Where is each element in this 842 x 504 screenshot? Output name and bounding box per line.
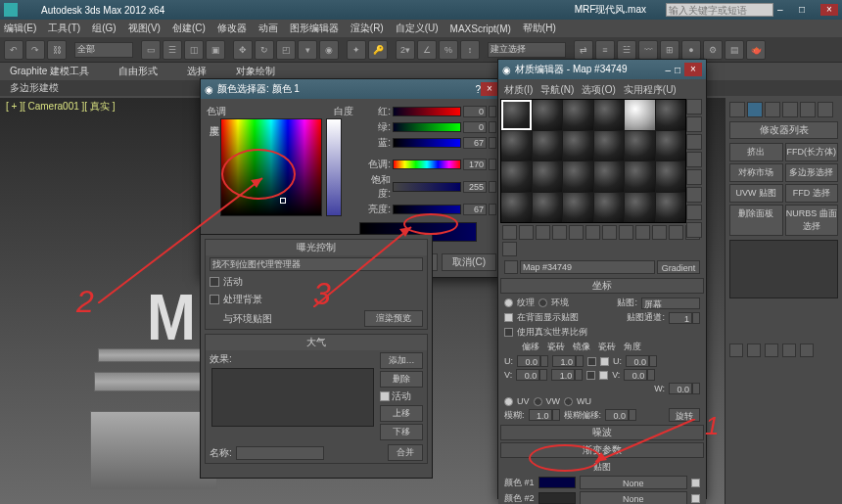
material-slot[interactable] [625, 131, 655, 161]
material-slot[interactable] [563, 161, 593, 192]
material-slot[interactable] [533, 161, 563, 192]
color2-map-chk[interactable] [691, 494, 700, 503]
s-spinner[interactable] [489, 181, 496, 193]
panel-tab-hierarchy-icon[interactable] [765, 102, 780, 117]
h-value[interactable]: 170 [463, 159, 487, 170]
help-search-input[interactable] [666, 3, 773, 17]
panel-tab-motion-icon[interactable] [782, 102, 798, 117]
map-channel-value[interactable]: 1 [669, 312, 692, 324]
mod-delete-mesh[interactable]: 删除面板 [729, 205, 783, 236]
u-tile[interactable]: 1.0 [552, 355, 576, 367]
r-value[interactable]: 0 [463, 106, 487, 117]
material-slot[interactable] [563, 131, 593, 161]
menu-edit[interactable]: 编辑(E) [4, 22, 36, 35]
effect-active-chk[interactable] [380, 391, 390, 401]
render-preview-button[interactable]: 渲染预览 [364, 310, 423, 327]
coords-header[interactable]: 坐标 [500, 278, 704, 294]
ribbon-tab-graphite[interactable]: Graphite 建模工具 [10, 65, 89, 78]
r-spinner[interactable] [489, 106, 496, 117]
me-put-icon[interactable] [519, 225, 534, 240]
me-backlight-icon[interactable] [686, 116, 702, 132]
color1-map-button[interactable]: None [580, 476, 687, 489]
rotate-icon[interactable]: ↻ [255, 40, 274, 60]
render-frame-icon[interactable]: ▤ [725, 40, 744, 60]
undo-icon[interactable]: ↶ [4, 40, 23, 60]
material-slot[interactable] [501, 193, 532, 223]
whiteness-slider[interactable] [326, 118, 342, 216]
g-slider[interactable] [393, 122, 461, 132]
viewport-label[interactable]: [ + ][ Camera001 ][ 真实 ] [6, 100, 115, 114]
mod-poly-select[interactable]: 多边形选择 [785, 163, 839, 182]
v-mirror-chk[interactable] [586, 371, 595, 380]
stack-pin-icon[interactable] [729, 344, 743, 357]
mirror-icon[interactable]: ⇄ [574, 40, 593, 60]
v-angle-spin[interactable] [647, 369, 655, 381]
h-slider[interactable] [393, 160, 461, 169]
me-uv-tile-icon[interactable] [686, 152, 702, 167]
center-icon[interactable]: ◉ [319, 40, 339, 60]
material-editor-title-bar[interactable]: ◉ 材质编辑器 - Map #34749 – □ × [498, 60, 706, 79]
subribbon-label[interactable]: 多边形建模 [10, 81, 59, 95]
move-icon[interactable]: ✥ [233, 40, 253, 60]
material-slot[interactable] [563, 193, 593, 223]
color2-swatch[interactable] [538, 492, 576, 504]
real-world-chk[interactable] [504, 328, 513, 337]
redo-icon[interactable]: ↷ [25, 40, 45, 60]
me-menu-util[interactable]: 实用程序(U) [624, 83, 677, 97]
delete-effect-button[interactable]: 删除 [380, 371, 423, 388]
named-selection-set[interactable]: 建立选择 [488, 42, 566, 58]
me-preview-icon[interactable] [686, 187, 702, 203]
material-slot[interactable] [501, 161, 532, 192]
me-options-icon[interactable] [686, 205, 702, 220]
me-copy-icon[interactable] [569, 225, 584, 240]
me-max-icon[interactable]: □ [675, 65, 680, 75]
merge-button[interactable]: 合并 [388, 444, 423, 461]
me-showall-icon[interactable] [652, 225, 667, 240]
material-slot[interactable] [625, 161, 655, 192]
keymode-icon[interactable]: 🔑 [368, 40, 388, 60]
modifier-stack[interactable] [729, 240, 838, 298]
color1-swatch[interactable] [538, 477, 576, 488]
refsys-icon[interactable]: ▾ [298, 40, 317, 60]
s-slider[interactable] [393, 182, 461, 192]
me-menu-options[interactable]: 选项(O) [582, 83, 615, 97]
material-slot[interactable] [563, 100, 593, 130]
snap-icon[interactable]: 2▾ [396, 40, 415, 60]
b-slider[interactable] [393, 138, 461, 148]
v-angle[interactable]: 0.0 [624, 369, 647, 381]
g-value[interactable]: 0 [463, 121, 487, 133]
filter-dropdown[interactable]: 全部 [74, 42, 133, 58]
me-get-icon[interactable] [502, 225, 517, 240]
v-offset[interactable]: 0.0 [516, 369, 539, 381]
me-reset-icon[interactable] [552, 225, 567, 240]
blur-value[interactable]: 1.0 [529, 409, 552, 421]
v-offset-spin[interactable] [539, 369, 547, 381]
g-spinner[interactable] [489, 121, 496, 133]
mod-ffd-select[interactable]: FFD 选择 [785, 184, 839, 203]
material-slot[interactable] [656, 131, 686, 161]
menu-create[interactable]: 创建(C) [172, 22, 206, 35]
add-effect-button[interactable]: 添加… [380, 352, 423, 369]
me-gosibling-icon[interactable] [502, 242, 517, 256]
cancel-button[interactable]: 取消(C) [442, 253, 496, 271]
me-close-icon[interactable]: × [684, 63, 702, 76]
layers-icon[interactable]: ☱ [617, 40, 636, 60]
v-tile-chk[interactable] [599, 371, 608, 380]
render-icon[interactable]: 🫖 [746, 40, 766, 60]
me-min-icon[interactable]: – [665, 65, 671, 75]
blur-spin[interactable] [552, 409, 560, 421]
me-pick-icon[interactable] [504, 260, 518, 274]
mapping-dropdown[interactable]: 屏幕 [641, 298, 700, 309]
v-tile-spin[interactable] [575, 369, 583, 381]
select-region-icon[interactable]: ◫ [184, 40, 204, 60]
menu-render[interactable]: 渲染(R) [351, 22, 384, 35]
effect-name-input[interactable] [236, 446, 324, 460]
move-down-button[interactable]: 下移 [380, 424, 423, 440]
align-icon[interactable]: ≡ [595, 40, 615, 60]
material-type-button[interactable]: Gradient [657, 260, 700, 274]
r-slider[interactable] [393, 107, 461, 116]
material-slot[interactable] [594, 161, 625, 192]
u-angle[interactable]: 0.0 [626, 355, 649, 367]
texture-radio[interactable] [504, 298, 513, 307]
window-crossing-icon[interactable]: ▣ [206, 40, 225, 60]
